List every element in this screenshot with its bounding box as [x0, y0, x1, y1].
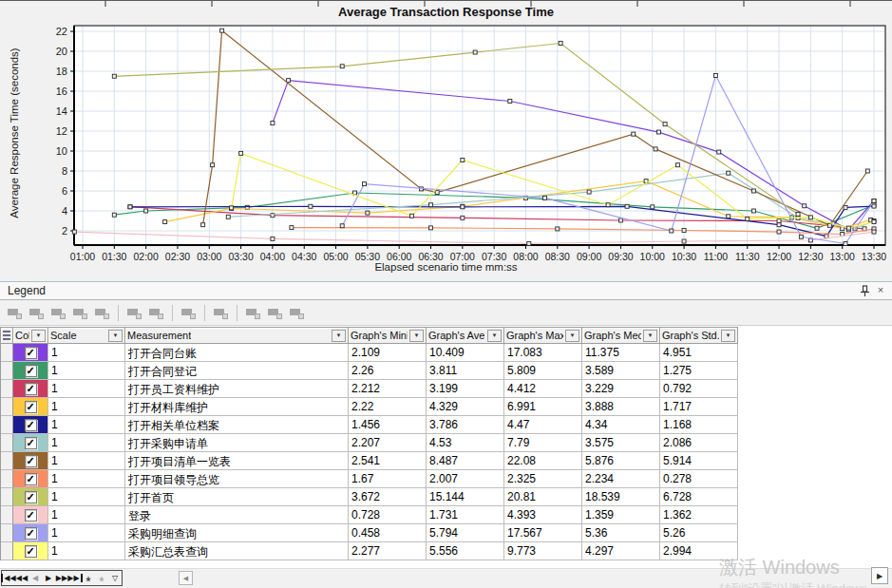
series-visible-checkbox[interactable]: ✓	[25, 365, 37, 377]
legend-tool-5-icon[interactable]	[94, 306, 110, 320]
prior-record-button[interactable]: ◀	[28, 571, 42, 585]
y-tick-label: 4	[62, 205, 67, 217]
row-selector[interactable]	[1, 542, 13, 560]
legend-tool-11-icon[interactable]	[267, 306, 283, 320]
series-visible-checkbox[interactable]: ✓	[25, 347, 37, 359]
data-point-marker	[435, 191, 439, 195]
row-selector[interactable]	[1, 452, 13, 470]
column-header-1[interactable]: Col▼	[13, 328, 48, 344]
data-point-marker	[682, 228, 686, 232]
column-filter-dropdown[interactable]: ▼	[409, 330, 424, 342]
row-selector[interactable]	[1, 524, 13, 542]
row-selector[interactable]	[1, 506, 13, 524]
row-selector[interactable]	[1, 380, 13, 398]
column-filter-dropdown[interactable]: ▼	[487, 330, 502, 342]
pin-icon[interactable]	[858, 284, 871, 297]
legend-tool-6-icon[interactable]	[126, 306, 142, 320]
legend-tool-8-icon[interactable]	[180, 306, 197, 320]
column-header-5[interactable]: Graph's Ave▼	[427, 328, 504, 344]
next-record-button[interactable]: ▶	[42, 571, 55, 585]
legend-tool-10-icon[interactable]	[245, 306, 261, 320]
chart-panel: 01:0001:3002:0002:3003:0003:3004:0004:30…	[0, 0, 892, 282]
column-filter-dropdown[interactable]: ▼	[721, 330, 735, 342]
column-header-3[interactable]: Measurement▼	[125, 328, 349, 344]
series-visible-checkbox[interactable]: ✓	[25, 509, 37, 522]
series-color-swatch: ✓	[13, 434, 48, 452]
std-cell: 5.914	[660, 452, 738, 470]
data-point-marker	[815, 226, 819, 230]
filter-button[interactable]: ▽	[108, 571, 122, 585]
data-point-marker	[239, 151, 243, 155]
legend-tool-2-icon[interactable]	[28, 306, 45, 320]
min-cell: 3.672	[349, 488, 427, 506]
data-point-marker	[799, 235, 803, 238]
post-edit-button[interactable]: *	[95, 571, 108, 585]
series-visible-checkbox[interactable]: ✓	[25, 437, 37, 449]
legend-tool-12-icon[interactable]	[289, 306, 305, 320]
column-header-4[interactable]: Graph's Mini▼	[349, 328, 427, 344]
legend-tool-9-icon[interactable]	[213, 306, 229, 320]
table-row: ✓1打开合同台账2.10910.40917.08311.3754.951	[1, 344, 738, 362]
row-selector[interactable]	[1, 344, 13, 362]
measurement-cell: 打开项目领导总览	[125, 470, 349, 488]
legend-tool-4-icon[interactable]	[72, 306, 88, 320]
toolbar-separator	[204, 305, 205, 321]
column-header-2[interactable]: Scale▼	[48, 328, 125, 344]
measurement-cell: 采购明细查询	[125, 524, 349, 542]
scale-cell: 1	[48, 434, 125, 452]
column-filter-dropdown[interactable]: ▼	[643, 330, 657, 342]
legend-tool-3-icon[interactable]	[50, 306, 66, 320]
series-visible-checkbox[interactable]: ✓	[25, 419, 37, 431]
row-selector[interactable]	[1, 416, 13, 434]
series-visible-checkbox[interactable]: ✓	[25, 491, 37, 503]
insert-record-button[interactable]: *	[82, 571, 95, 585]
column-header-7[interactable]: Graph's Mec▼	[582, 328, 660, 344]
row-selector[interactable]	[1, 470, 13, 488]
y-tick-label: 12	[56, 125, 67, 137]
scale-cell: 1	[48, 344, 125, 362]
avg-cell: 1.731	[427, 506, 504, 524]
column-header-label: Graph's Max	[506, 330, 563, 341]
table-row: ✓1打开相关单位档案1.4563.7864.474.341.168	[1, 416, 738, 434]
row-selector[interactable]	[1, 362, 13, 380]
row-selector[interactable]	[1, 398, 13, 416]
legend-tool-7-icon[interactable]	[148, 306, 164, 320]
series-visible-checkbox[interactable]: ✓	[25, 383, 37, 395]
y-tick-label: 6	[62, 185, 67, 197]
scroll-left-button[interactable]: ◀	[179, 571, 193, 585]
series-visible-checkbox[interactable]: ✓	[25, 527, 37, 540]
data-point-marker	[656, 130, 660, 134]
column-header-6[interactable]: Graph's Max▼	[504, 328, 582, 344]
prior-page-button[interactable]: ◀◀	[15, 571, 28, 585]
data-point-marker	[508, 100, 512, 104]
column-filter-dropdown[interactable]: ▼	[565, 330, 579, 342]
record-navigator: ◀◀◀◀◀▶▶▶▶▶**▽	[1, 570, 123, 586]
series-visible-checkbox[interactable]: ✓	[25, 473, 37, 485]
series-color-swatch: ✓	[13, 416, 48, 434]
column-header-8[interactable]: Graph's Std.▼	[660, 328, 738, 344]
data-point-marker	[872, 199, 876, 203]
row-selector[interactable]	[1, 488, 13, 506]
next-page-button[interactable]: ▶▶	[55, 571, 68, 585]
max-cell: 20.81	[504, 488, 582, 506]
column-filter-dropdown[interactable]: ▼	[332, 330, 346, 342]
close-icon[interactable]: ×	[874, 283, 887, 296]
series-visible-checkbox[interactable]: ✓	[25, 401, 37, 413]
first-record-button[interactable]: ◀◀	[2, 571, 15, 585]
y-tick-label: 20	[56, 46, 67, 57]
series-visible-checkbox[interactable]: ✓	[25, 545, 37, 558]
min-cell: 2.541	[349, 452, 427, 470]
row-selector[interactable]	[1, 434, 13, 452]
series-visible-checkbox[interactable]: ✓	[25, 455, 37, 467]
header-row-selector[interactable]	[1, 328, 13, 344]
data-point-marker	[211, 163, 215, 167]
min-cell: 0.458	[349, 524, 427, 542]
data-point-marker	[340, 65, 344, 68]
column-filter-dropdown[interactable]: ▼	[108, 330, 123, 342]
table-row: ✓1采购汇总表查询2.2775.5569.7734.2972.994	[1, 542, 738, 560]
last-record-button[interactable]: ▶▶	[68, 571, 82, 585]
legend-tool-1-icon[interactable]	[7, 306, 23, 320]
activate-windows-watermark: 激活 Windows	[719, 555, 840, 580]
column-filter-dropdown[interactable]: ▼	[31, 330, 46, 342]
std-cell: 6.728	[660, 488, 738, 506]
